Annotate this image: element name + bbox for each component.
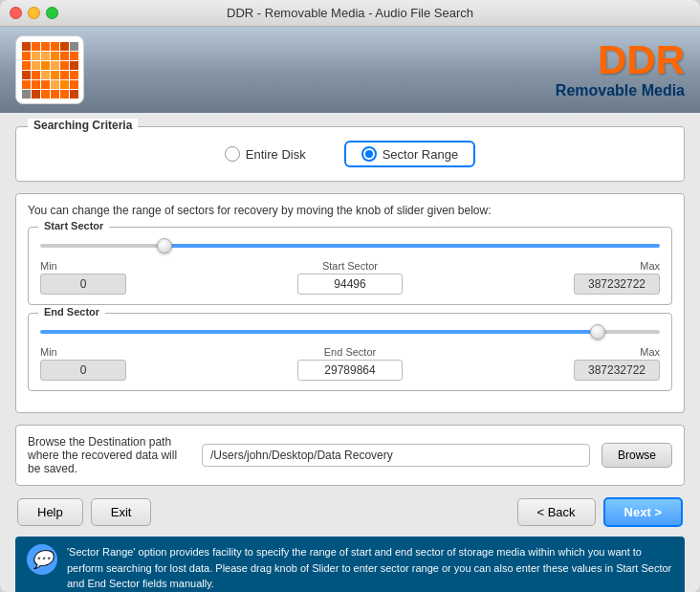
- logo-cell: [51, 42, 59, 51]
- end-max-col: Max: [453, 346, 660, 381]
- logo-cell: [51, 52, 59, 60]
- maximize-button[interactable]: [46, 7, 58, 19]
- info-icon: 💬: [27, 544, 57, 575]
- brand-sub: Removable Media: [556, 82, 685, 99]
- start-slider-knob[interactable]: [157, 238, 172, 253]
- start-sector-slider[interactable]: [40, 237, 660, 254]
- end-slider-bg: [40, 330, 660, 334]
- start-max-label: Max: [640, 260, 660, 272]
- back-button[interactable]: < Back: [517, 498, 596, 526]
- titlebar: DDR - Removable Media - Audio File Searc…: [0, 0, 700, 27]
- logo-cell: [60, 90, 69, 99]
- destination-label: Browse the Destination path where the re…: [28, 435, 190, 475]
- logo-cell: [32, 71, 40, 79]
- logo-cell: [70, 52, 78, 60]
- logo-cell: [51, 90, 59, 99]
- start-min-label: Min: [40, 260, 57, 272]
- end-min-label: Min: [40, 346, 57, 358]
- searching-criteria-label: Searching Criteria: [28, 119, 138, 132]
- start-center-col: Start Sector: [247, 260, 453, 295]
- logo-cell: [22, 90, 31, 99]
- logo-cell: [70, 71, 78, 79]
- info-box: 💬 'Sector Range' option provides facilit…: [15, 537, 685, 592]
- logo-cell: [60, 52, 69, 60]
- start-max-input[interactable]: [574, 274, 660, 295]
- logo-cell: [70, 90, 78, 99]
- logo-cell: [32, 61, 40, 70]
- logo-cell: [60, 61, 69, 70]
- start-sector-fields: Min Start Sector Max: [40, 260, 660, 295]
- logo-cell: [41, 52, 50, 60]
- logo-cell: [32, 90, 40, 99]
- start-sector-input[interactable]: [297, 274, 403, 295]
- info-text: 'Sector Range' option provides facility …: [67, 544, 673, 592]
- minimize-button[interactable]: [28, 7, 40, 19]
- end-min-col: Min: [40, 346, 247, 381]
- start-max-col: Max: [453, 260, 660, 295]
- end-sector-input[interactable]: [297, 360, 403, 381]
- end-slider-knob[interactable]: [590, 324, 605, 340]
- end-max-input[interactable]: [574, 360, 660, 381]
- sector-range-radio[interactable]: [361, 146, 377, 162]
- logo-cell: [22, 52, 31, 60]
- destination-path-input[interactable]: [202, 444, 590, 467]
- start-min-col: Min: [40, 260, 247, 295]
- help-button[interactable]: Help: [17, 498, 83, 526]
- sectors-desc: You can change the range of sectors for …: [28, 204, 672, 217]
- header: DDR Removable Media: [0, 27, 700, 113]
- start-center-label: Start Sector: [322, 260, 378, 272]
- logo-cell: [51, 80, 59, 89]
- logo-cell: [22, 80, 31, 89]
- titlebar-buttons: [10, 7, 58, 19]
- start-sector-group: Start Sector Min Start Sector Max: [28, 227, 672, 305]
- logo-cell: [51, 71, 59, 79]
- logo-cell: [41, 71, 50, 79]
- logo-cell: [22, 71, 31, 79]
- end-sector-group: End Sector Min End Sector Max: [28, 313, 672, 391]
- searching-criteria-group: Searching Criteria Entire Disk Sector Ra…: [15, 126, 685, 182]
- next-button[interactable]: Next >: [603, 497, 683, 527]
- end-max-label: Max: [640, 346, 660, 358]
- logo-cell: [60, 71, 69, 79]
- sector-range-option[interactable]: Sector Range: [344, 141, 476, 167]
- end-center-col: End Sector: [247, 346, 453, 381]
- browse-button[interactable]: Browse: [602, 443, 672, 468]
- entire-disk-label: Entire Disk: [246, 147, 306, 162]
- logo-cell: [41, 42, 50, 51]
- window-title: DDR - Removable Media - Audio File Searc…: [227, 6, 473, 20]
- logo-box: [15, 35, 84, 104]
- logo-cell: [32, 80, 40, 89]
- logo-cell: [32, 42, 40, 51]
- end-sector-fields: Min End Sector Max: [40, 346, 660, 381]
- logo-cell: [51, 61, 59, 70]
- logo-cell: [60, 42, 69, 51]
- end-min-input[interactable]: [40, 360, 126, 381]
- logo-grid: [22, 42, 78, 99]
- close-button[interactable]: [10, 7, 22, 19]
- logo-cell: [70, 42, 78, 51]
- end-sector-slider[interactable]: [40, 323, 660, 340]
- logo-cell: [60, 80, 69, 89]
- logo-cell: [41, 90, 50, 99]
- brand: DDR Removable Media: [556, 40, 685, 99]
- logo-cell: [32, 52, 40, 60]
- entire-disk-radio[interactable]: [225, 146, 240, 162]
- end-sector-group-label: End Sector: [38, 306, 105, 318]
- logo-cell: [41, 80, 50, 89]
- sectors-box: You can change the range of sectors for …: [15, 193, 685, 413]
- start-slider-bg: [40, 244, 660, 248]
- sector-range-label: Sector Range: [383, 147, 459, 162]
- main-content: Searching Criteria Entire Disk Sector Ra…: [0, 113, 700, 592]
- entire-disk-option[interactable]: Entire Disk: [225, 146, 306, 162]
- logo-cell: [22, 61, 31, 70]
- radio-row: Entire Disk Sector Range: [32, 137, 668, 167]
- destination-row: Browse the Destination path where the re…: [15, 425, 685, 486]
- logo-cell: [22, 42, 31, 51]
- exit-button[interactable]: Exit: [91, 498, 152, 526]
- logo-cell: [70, 80, 78, 89]
- logo-cell: [41, 61, 50, 70]
- start-min-input[interactable]: [40, 274, 126, 295]
- logo-cell: [70, 61, 78, 70]
- end-center-label: End Sector: [324, 346, 376, 358]
- bottom-buttons: Help Exit < Back Next >: [15, 497, 685, 527]
